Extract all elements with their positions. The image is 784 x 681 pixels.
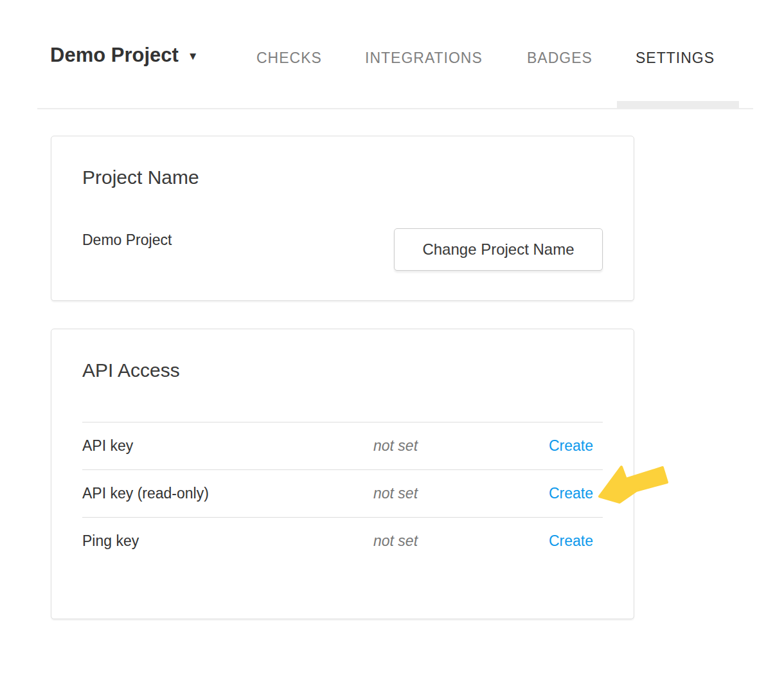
- create-api-key-readonly-link[interactable]: Create: [549, 485, 593, 502]
- nav-underline: [37, 108, 753, 109]
- create-api-key-link[interactable]: Create: [549, 437, 593, 454]
- tab-settings[interactable]: SETTINGS: [636, 50, 715, 67]
- tab-checks[interactable]: CHECKS: [256, 50, 322, 67]
- api-key-readonly-label: API key (read-only): [82, 485, 373, 502]
- table-row-ping-key: Ping key not set Create: [82, 517, 603, 565]
- project-name-card: Project Name Demo Project Change Project…: [51, 136, 634, 301]
- project-settings-page: Demo Project ▼ CHECKS INTEGRATIONS BADGE…: [0, 0, 784, 681]
- api-key-readonly-value: not set: [373, 485, 539, 502]
- api-keys-table: API key not set Create API key (read-onl…: [82, 422, 603, 565]
- current-project-name: Demo Project: [82, 232, 172, 249]
- api-access-card-title: API Access: [51, 329, 634, 382]
- api-access-card: API Access API key not set Create API ke…: [51, 329, 634, 619]
- ping-key-label: Ping key: [82, 532, 373, 550]
- create-ping-key-link[interactable]: Create: [549, 532, 593, 549]
- tab-badges[interactable]: BADGES: [527, 50, 592, 67]
- table-row-api-key: API key not set Create: [82, 422, 603, 469]
- project-switcher-label: Demo Project: [50, 44, 179, 67]
- caret-down-icon: ▼: [188, 50, 199, 63]
- api-key-label: API key: [82, 437, 373, 455]
- change-project-name-button[interactable]: Change Project Name: [394, 228, 603, 271]
- project-switcher-dropdown[interactable]: Demo Project ▼: [50, 44, 199, 67]
- project-name-card-title: Project Name: [51, 136, 634, 189]
- ping-key-value: not set: [373, 532, 539, 550]
- api-key-value: not set: [373, 437, 539, 455]
- tab-integrations[interactable]: INTEGRATIONS: [365, 50, 483, 67]
- table-row-api-key-readonly: API key (read-only) not set Create: [82, 469, 603, 517]
